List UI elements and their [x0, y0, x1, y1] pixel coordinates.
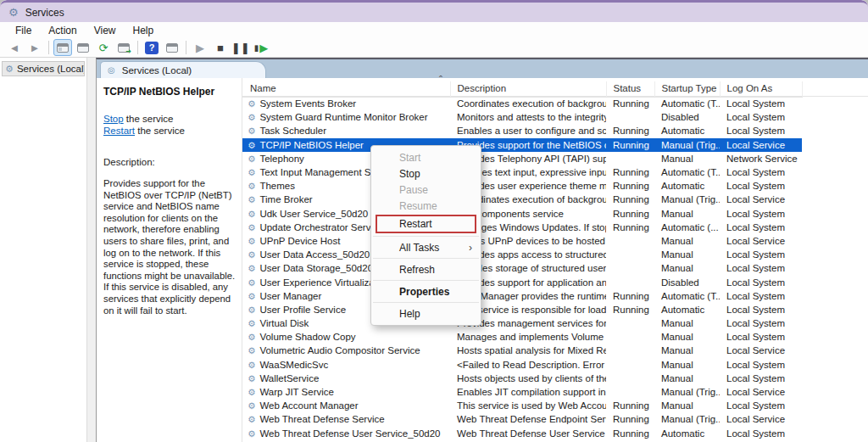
table-row[interactable]: ⚙TCP/IP NetBIOS HelperProvides support f…	[242, 138, 802, 152]
table-row[interactable]: ⚙System Events BrokerCoordinates executi…	[242, 97, 802, 110]
table-row[interactable]: ⚙Web Account ManagerThis service is used…	[242, 399, 802, 412]
service-logon-cell: Local Service	[720, 344, 802, 357]
table-row[interactable]: ⚙Web Threat Defense User Service_50d20We…	[242, 427, 802, 440]
export-list-icon[interactable]	[114, 39, 133, 56]
context-menu-item-properties[interactable]: Properties	[371, 283, 481, 299]
start-service-icon[interactable]: ▶	[191, 39, 209, 56]
service-startup-type-cell: Automatic (...	[654, 221, 720, 234]
menu-file[interactable]: File	[7, 22, 40, 38]
menu-action[interactable]: Action	[40, 22, 85, 38]
refresh-icon: ⟳	[99, 42, 108, 54]
table-row[interactable]: ⚙Web Threat Defense ServiceWeb Threat De…	[242, 412, 802, 426]
service-gear-icon: ⚙	[248, 318, 255, 328]
context-menu-item-help[interactable]: Help	[371, 305, 481, 322]
menu-help[interactable]: Help	[125, 22, 163, 38]
properties-window-icon[interactable]	[74, 39, 92, 56]
service-gear-icon: ⚙	[248, 387, 255, 397]
service-status-cell: Running	[606, 179, 654, 193]
service-logon-cell: Local System	[720, 110, 802, 124]
stop-service-link[interactable]: Stop	[103, 114, 124, 124]
table-row[interactable]: ⚙User Experience VirtualizationProvides …	[242, 275, 802, 288]
service-startup-type-cell: Manual	[654, 344, 720, 357]
menu-view[interactable]: View	[86, 22, 125, 38]
table-row[interactable]: ⚙Virtual DiskProvides management service…	[242, 316, 802, 330]
column-header-startup-type[interactable]: Startup Type	[654, 81, 720, 97]
column-header-log-on-as[interactable]: Log On As	[720, 81, 802, 97]
service-description-cell: Monitors and attests to the integrity ..…	[450, 110, 606, 124]
service-logon-cell: Local System	[720, 124, 802, 137]
service-gear-icon: ⚙	[248, 194, 255, 204]
service-status-cell	[606, 358, 654, 372]
restart-service-icon[interactable]: ▮▶	[252, 39, 270, 56]
service-description-cell: Hosts objects used by clients of the ...	[450, 372, 606, 385]
table-row[interactable]: ⚙User Data Storage_50d20Handles storage …	[242, 261, 802, 275]
stop-service-icon[interactable]: ■	[211, 39, 230, 56]
pause-service-icon[interactable]: ❚❚	[231, 39, 250, 56]
context-menu-item-stop[interactable]: Stop	[371, 165, 481, 182]
service-startup-type-cell: Automatic	[654, 427, 720, 440]
table-row[interactable]: ⚙User Profile ServiceThis service is res…	[242, 303, 802, 316]
tab-services-local[interactable]: ◎ Services (Local)	[100, 61, 266, 78]
help-icon[interactable]: ?	[142, 39, 161, 56]
context-menu-item-restart[interactable]: Restart	[376, 215, 476, 233]
context-menu-item-refresh[interactable]: Refresh	[371, 261, 481, 277]
table-row[interactable]: ⚙ThemesProvides user experience theme ma…	[242, 179, 802, 193]
service-startup-type-cell: Manual	[654, 358, 720, 372]
service-status-cell: Running	[606, 97, 654, 110]
table-row[interactable]: ⚙System Guard Runtime Monitor BrokerMoni…	[242, 110, 802, 124]
tree-item-services-local[interactable]: ⚙ Services (Local)	[2, 61, 85, 76]
window-title: Services	[25, 7, 64, 19]
service-gear-icon: ⚙	[248, 305, 255, 315]
export-list-icon	[118, 43, 130, 53]
service-description-cell: Web Threat Defense User Service hel...	[450, 427, 606, 440]
service-logon-cell: Local System	[720, 248, 802, 261]
column-header-status[interactable]: Status	[606, 81, 654, 97]
column-header-name[interactable]: Name	[242, 81, 450, 97]
show-action-pane-icon[interactable]	[163, 39, 181, 56]
service-gear-icon: ⚙	[248, 249, 255, 260]
show-console-tree-icon[interactable]	[53, 39, 72, 56]
menu-bar: FileActionViewHelp	[0, 22, 868, 38]
table-row[interactable]: ⚙UPnP Device HostAllows UPnP devices to …	[242, 234, 802, 248]
service-gear-icon: ⚙	[248, 332, 255, 342]
service-status-cell: Running	[606, 138, 654, 152]
services-list-panel: Name Description Status Startup Type Log…	[242, 78, 868, 442]
table-row[interactable]: ⚙WaaSMedicSvc<Failed to Read Description…	[242, 358, 802, 372]
service-status-cell: Running	[606, 124, 654, 137]
table-row[interactable]: ⚙Udk User Service_50d20Udk components se…	[242, 207, 802, 221]
service-gear-icon: ⚙	[248, 277, 255, 288]
table-row[interactable]: ⚙Text Input Management ServiEnables text…	[242, 165, 802, 179]
table-row[interactable]: ⚙Time BrokerCoordinates execution of bac…	[242, 193, 802, 206]
table-row[interactable]: ⚙Warp JIT ServiceEnables JIT compilation…	[242, 385, 802, 399]
table-header-row: Name Description Status Startup Type Log…	[242, 81, 802, 97]
back-arrow-icon: ◄	[9, 42, 20, 54]
service-name-cell: ⚙WalletService	[242, 372, 450, 385]
context-menu-separator	[373, 258, 479, 259]
table-row[interactable]: ⚙TelephonyProvides Telephony API (TAPI) …	[242, 152, 802, 165]
table-row[interactable]: ⚙User Data Access_50d20Provides apps acc…	[242, 248, 802, 261]
services-table: Name Description Status Startup Type Log…	[242, 81, 803, 440]
service-gear-icon: ⚙	[248, 428, 255, 439]
forward-arrow-icon[interactable]: ►	[25, 39, 44, 56]
refresh-icon[interactable]: ⟳	[94, 39, 113, 56]
restart-service-link[interactable]: Restart	[103, 126, 135, 136]
table-row[interactable]: ⚙User ManagerUser Manager provides the r…	[242, 289, 802, 303]
table-row[interactable]: ⚙Volumetric Audio Compositor ServiceHost…	[242, 344, 802, 357]
stop-service-line: Stop the service	[103, 113, 235, 125]
service-name-cell: ⚙Volume Shadow Copy	[242, 330, 450, 344]
service-status-cell	[606, 275, 654, 288]
service-gear-icon: ⚙	[248, 154, 255, 164]
service-startup-type-cell: Disabled	[654, 275, 720, 288]
back-arrow-icon[interactable]: ◄	[5, 39, 24, 56]
table-row[interactable]: ⚙Task SchedulerEnables a user to configu…	[242, 124, 802, 137]
service-startup-type-cell: Automatic	[654, 303, 720, 316]
service-logon-cell: Local System	[720, 97, 802, 110]
table-row[interactable]: ⚙Volume Shadow CopyManages and implement…	[242, 330, 802, 344]
service-logon-cell: Local System	[720, 179, 802, 193]
panel-divider[interactable]	[87, 58, 96, 442]
restart-service-icon: ▶	[259, 42, 268, 54]
column-header-description[interactable]: Description	[450, 81, 606, 97]
table-row[interactable]: ⚙Update Orchestrator ServiceManages Wind…	[242, 221, 802, 234]
table-row[interactable]: ⚙WalletServiceHosts objects used by clie…	[242, 372, 802, 385]
context-menu-item-all-tasks[interactable]: All Tasks›	[371, 239, 481, 255]
